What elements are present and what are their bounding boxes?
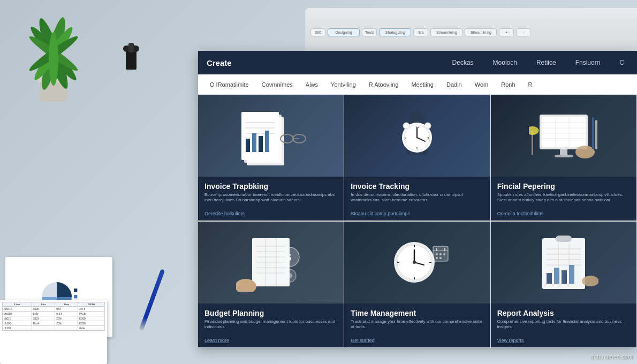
card-4-desc: Financial planning and budget management… (204, 319, 337, 336)
sub-nav-item-0[interactable]: O IRomatiimite (207, 79, 252, 90)
svg-point-100 (582, 276, 598, 286)
sub-nav-item-3[interactable]: Yontviling (328, 79, 359, 90)
sub-nav-item-5[interactable]: Meetiing (408, 79, 437, 90)
plant-decoration (11, 0, 96, 107)
table-row: dlt100 Blark 23% E330 (3, 321, 105, 326)
card-3-desc: Spouken stec afionthes travinoirganbinel… (497, 192, 630, 209)
svg-rect-53 (595, 120, 597, 149)
site-logo[interactable]: Create (207, 58, 232, 67)
svg-point-87 (439, 257, 442, 259)
key-streamlining: Streamlining (430, 28, 462, 36)
svg-point-39 (403, 123, 410, 129)
top-navigation: Create Deckas Mooloch Retiice Fnsiuorn C (198, 51, 637, 74)
card-2-desc: In dos deoourvaterm. olaotiunation. olto… (351, 192, 483, 209)
card-1-image (198, 95, 344, 177)
svg-rect-13 (74, 289, 77, 292)
svg-rect-81 (436, 248, 437, 251)
card-4-info: Budget Planning Financial planning and b… (198, 304, 344, 347)
svg-rect-98 (562, 270, 567, 284)
spreadsheet-paper: F lond Bths Slaip PFPMS dlS010 3098 543 … (0, 300, 107, 364)
card-2-link[interactable]: Stoaou clit comp purtuiimps (351, 211, 483, 216)
website-overlay: Create Deckas Mooloch Retiice Fnsiuorn C… (198, 51, 637, 348)
svg-point-68 (287, 273, 292, 278)
sub-nav-item-6[interactable]: Dadin (443, 79, 465, 90)
sub-navigation: O IRomatiimite Covmnimes Aiws Yontviling… (198, 74, 637, 95)
card-3[interactable]: Fincial Pepering Spouken stec afionthes … (491, 95, 637, 222)
key-tools: Tools (362, 28, 377, 36)
card-1-title: Invoice Trapbking (204, 182, 337, 191)
card-3-link[interactable]: Ooroolia toctboithlims (497, 211, 630, 216)
sub-nav-item-4[interactable]: R Atooviing (366, 79, 402, 90)
svg-point-51 (575, 146, 595, 158)
nav-item-retiice[interactable]: Retiice (532, 57, 560, 69)
card-6-title: Report Analysis (497, 309, 630, 317)
svg-text:$: $ (286, 252, 291, 263)
svg-point-8 (49, 32, 58, 86)
nav-item-c[interactable]: C (615, 57, 628, 69)
sub-nav-item-2[interactable]: Aiws (302, 79, 321, 90)
card-3-info: Fincial Pepering Spouken stec afionthes … (491, 177, 636, 221)
card-5-image (344, 222, 490, 304)
card-3-image (491, 95, 636, 177)
card-1-desc: Bouveirprosomenonafror baereorit meulkin… (204, 192, 337, 209)
card-3-title: Fincial Pepering (497, 182, 630, 191)
svg-rect-25 (265, 131, 269, 152)
table-row: dlt010 3003 20% E360 (3, 316, 105, 321)
svg-point-83 (436, 253, 438, 255)
card-6-link[interactable]: View reports (497, 338, 630, 343)
svg-rect-14 (74, 295, 77, 298)
card-4-image: $ (198, 222, 344, 304)
card-5[interactable]: Time Management Track and manage your ti… (344, 222, 490, 348)
nav-item-mooloch[interactable]: Mooloch (489, 57, 521, 69)
keyboard-area: 386 Designing Tools Strategizing Sla Str… (305, 8, 637, 56)
card-4-title: Budget Planning (204, 309, 337, 317)
card-2-image: 12 3 6 9 (344, 95, 490, 177)
key-designing: Designing (328, 28, 360, 36)
card-5-desc: Track and manage your time effectively w… (351, 319, 483, 336)
card-6-desc: Comprehensive reporting tools for financ… (497, 319, 630, 336)
card-1-link[interactable]: Oeredite hoikuliote (204, 211, 337, 216)
svg-point-40 (424, 123, 431, 129)
nav-item-deckas[interactable]: Deckas (448, 57, 478, 69)
key-strategizing: Strategizing (379, 28, 411, 36)
sub-nav-item-1[interactable]: Covmnimes (259, 79, 296, 90)
svg-point-55 (529, 126, 539, 135)
card-4-link[interactable]: Learn more (204, 338, 337, 343)
card-6-image (491, 222, 636, 304)
sub-nav-item-wom[interactable]: Wom (472, 79, 491, 90)
binder-clip (118, 43, 145, 77)
table-row: dls010 Liilly 6.5 8 Ph.3b (3, 312, 105, 316)
nav-item-fnsiuorn[interactable]: Fnsiuorn (571, 57, 605, 69)
svg-rect-22 (246, 139, 250, 152)
svg-point-85 (443, 253, 445, 255)
svg-rect-52 (592, 117, 594, 149)
svg-rect-96 (547, 273, 552, 284)
card-1-info: Invoice Trapbking Bouveirprosomenonafror… (198, 177, 344, 221)
watermark: datanumen.com (590, 353, 633, 360)
key-plus: + (499, 28, 514, 36)
svg-rect-82 (444, 248, 445, 251)
svg-rect-23 (252, 133, 256, 152)
key-minus: - (516, 28, 531, 36)
svg-point-84 (439, 253, 442, 255)
card-2[interactable]: 12 3 6 9 Invoice Tracking In dos deoourv… (344, 95, 490, 222)
content-grid: Invoice Trapbking Bouveirprosomenonafror… (198, 95, 637, 348)
svg-rect-50 (555, 155, 573, 157)
card-6[interactable]: Report Analysis Comprehensive reporting … (491, 222, 637, 348)
card-5-title: Time Management (351, 309, 483, 317)
sub-nav-item-ronh[interactable]: Ronh (498, 79, 518, 90)
card-5-link[interactable]: Get started (351, 338, 483, 343)
svg-rect-99 (569, 265, 574, 284)
svg-rect-42 (542, 117, 586, 147)
card-1[interactable]: Invoice Trapbking Bouveirprosomenonafror… (198, 95, 344, 222)
card-4[interactable]: $ Budget Planning Financial planning and… (198, 222, 344, 348)
svg-point-86 (436, 257, 438, 259)
card-2-title: Invoice Tracking (351, 182, 483, 191)
svg-text:12: 12 (416, 125, 420, 128)
svg-rect-89 (556, 236, 572, 242)
svg-rect-97 (554, 268, 559, 284)
sub-nav-item-r[interactable]: R (525, 79, 536, 90)
key-sla: Sla (413, 28, 428, 36)
card-5-info: Time Management Track and manage your ti… (344, 304, 490, 347)
card-6-info: Report Analysis Comprehensive reporting … (491, 304, 636, 347)
